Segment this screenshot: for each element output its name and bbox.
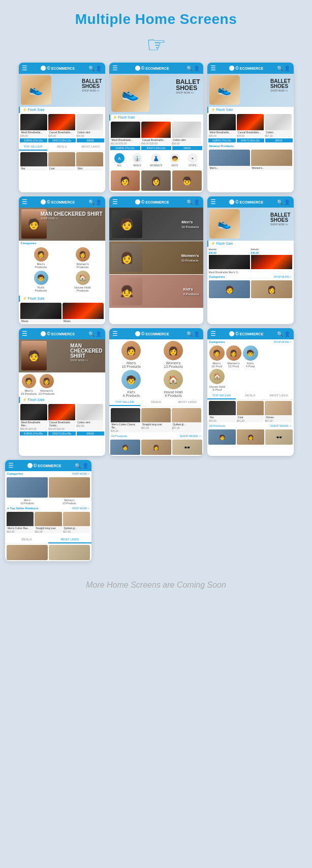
timer-7c: 26819 xyxy=(77,431,104,436)
cat-men[interactable]: 🧑 Men'sProducts xyxy=(21,247,61,269)
product-card-c3[interactable]: Cotton skirt $90.00 xyxy=(172,122,201,145)
ts-p2[interactable]: Straight long coat $81.00 xyxy=(141,408,171,432)
all-p3[interactable]: 🕶️ xyxy=(172,440,202,455)
cat-women-img-10[interactable] xyxy=(49,477,90,498)
hero-text: BALLETSHOES SHOP NOW >> xyxy=(82,79,102,92)
all-p2[interactable]: 👩 xyxy=(141,440,171,455)
menu-icon-4[interactable]: ☰ xyxy=(22,198,27,206)
flash-card-2[interactable]: Shoes xyxy=(63,303,104,323)
nav-kids[interactable]: 🧒 KID'S xyxy=(170,153,180,167)
product-card-1[interactable]: Mesh Breathable... $35.00 xyxy=(20,114,47,137)
product-card-r3[interactable]: Cotton $57.00 xyxy=(265,114,292,137)
ts-p3[interactable]: Quilted gl... $67.00 xyxy=(172,408,201,432)
circle-cats-grid: 🧑 Men's10 Products 👩 Women's13 Products … xyxy=(109,339,203,399)
flash-sale-label: ⚡ Flash Sale xyxy=(19,107,105,113)
menu-icon-5[interactable]: ☰ xyxy=(112,198,118,206)
cat-all-women[interactable]: 👩 Women's13 Products xyxy=(153,341,194,368)
ts-p9-3[interactable]: Gloves $67.00 xyxy=(265,401,292,422)
panel-men[interactable]: 🧑 Men's10 Products xyxy=(109,208,203,241)
ts-p1[interactable]: Men's Cotton Classic Ba... $25.00 xyxy=(111,408,140,432)
tab-most-liked-10[interactable]: MOST LIKED xyxy=(48,536,91,543)
panel-kids[interactable]: 👧 Kid's4 Products xyxy=(109,275,203,308)
nav-all[interactable]: A ALL xyxy=(114,153,124,167)
nav-others[interactable]: + OTH'S xyxy=(188,153,198,167)
menu-icon-10[interactable]: ☰ xyxy=(8,462,14,469)
ts-products-10: Men's Cotton Bas... $25.00 Straight long… xyxy=(5,511,91,534)
flash-shoe-left-img xyxy=(209,255,250,269)
menu-icon-6[interactable]: ☰ xyxy=(210,198,216,206)
panel-women[interactable]: 👩 Women's13 Products xyxy=(109,241,203,274)
menu-icon-9[interactable]: ☰ xyxy=(210,330,216,337)
coat-card[interactable]: Coat xyxy=(48,152,75,170)
shoe-white-img xyxy=(76,114,103,130)
tab-deals-9[interactable]: DEALS xyxy=(236,392,265,399)
tab-deals-8[interactable]: DEALS xyxy=(140,399,172,406)
menu-icon-8[interactable]: ☰ xyxy=(112,330,118,337)
flash-p1[interactable]: Mesh Breathable Mer... $50.00 $15.00 xyxy=(20,404,47,430)
cat-men-9[interactable]: 🧑 Men's10 Prod xyxy=(209,345,225,368)
newest-card-2[interactable]: Women's... xyxy=(251,150,292,170)
liked-p2[interactable] xyxy=(49,545,90,560)
menu-icon-7[interactable]: ☰ xyxy=(22,330,27,337)
menu-icon-3[interactable]: ☰ xyxy=(210,65,216,72)
nav-men[interactable]: 👔 MEN'S xyxy=(132,153,142,167)
tab-top-seller-9[interactable]: TOP SELLER xyxy=(207,392,236,399)
header-icons-6: 🔍 👤 xyxy=(277,199,291,205)
cat-all-men[interactable]: 🧑 Men's10 Products xyxy=(111,341,152,368)
extra-card[interactable]: Shirt xyxy=(76,152,103,170)
flash-sale-label-3: ⚡ Flash Sale xyxy=(207,107,294,113)
screen-row-2: ☰ ©ECOMMERCE 🔍 👤 🧑 MAN CHECKERED SHIRT S… xyxy=(0,196,312,324)
tab-most-liked[interactable]: MOST LIKED xyxy=(76,143,105,151)
product-card-2[interactable]: Casual Breathable... $35.00 xyxy=(48,114,75,137)
product-card-r1[interactable]: Mesh Breathable... $35.00 xyxy=(209,114,236,137)
ts-p10-1[interactable]: Men's Cotton Bas... $25.00 xyxy=(7,512,34,533)
flash-shoe-left[interactable]: $62.00 $30.00 xyxy=(209,248,250,269)
product-card-c1[interactable]: Mesh Breathable... $62.00 $35.00 xyxy=(111,122,140,145)
tab-top-seller-8[interactable]: TOP SELLER xyxy=(109,399,141,406)
cat-all-kids[interactable]: 🧒 Kid's4 Products xyxy=(111,370,152,397)
cat-all-house[interactable]: 🏠 House Hold9 Products xyxy=(153,370,194,397)
flash-shoe-right-img xyxy=(251,255,292,269)
ts-p9-1[interactable]: Hat $25.00 xyxy=(209,401,236,422)
cat-men-img-10[interactable] xyxy=(7,477,48,498)
header-icons-5: 🔍 👤 xyxy=(186,199,200,205)
flash-card-1[interactable]: Shoes xyxy=(20,303,61,323)
menu-icon-2[interactable]: ☰ xyxy=(112,65,118,72)
tab-most-liked-9[interactable]: MOST LIKED xyxy=(265,392,294,399)
product-card-3[interactable]: Cotton skirt $90.00 xyxy=(76,114,103,137)
cat-img-right[interactable]: 👩 xyxy=(251,280,292,298)
hat-card[interactable]: Hat xyxy=(20,152,47,170)
ts-p10-2[interactable]: Straight long coat $81.00 xyxy=(35,512,61,533)
cat-img-left[interactable]: 🧑 xyxy=(209,280,250,298)
cat-men-2[interactable]: 🧑 Men's13 Products xyxy=(21,374,37,395)
nav-women[interactable]: 👗 WOMEN'S xyxy=(150,153,162,167)
flash-shoe-right[interactable]: $46.00 $30.00 xyxy=(251,248,292,269)
cat-women-9[interactable]: 👩 Women's13 Prod xyxy=(226,345,241,368)
tab-deals[interactable]: DEALS xyxy=(47,143,76,151)
liked-p1[interactable] xyxy=(7,545,48,560)
tab-deals-10[interactable]: DEALS xyxy=(5,536,48,543)
cat-house[interactable]: 🏠 House HoldProducts xyxy=(63,271,103,292)
top-bar-5: ☰ ©ECOMMERCE 🔍 👤 xyxy=(109,196,203,208)
all-p9-2[interactable]: 👩 xyxy=(237,429,264,445)
flash-p2[interactable]: Casual Breathable Outdo... $46.00 $20.00 xyxy=(48,404,75,430)
flash-p3[interactable]: Cotton skirt $50.00 xyxy=(76,404,103,430)
cat-women-2[interactable]: 👩 Women's13 Products xyxy=(39,374,55,395)
all-p9-3[interactable]: 🕶️ xyxy=(265,429,293,445)
newest-card-1[interactable]: Men's... xyxy=(209,150,250,170)
menu-icon[interactable]: ☰ xyxy=(22,65,27,72)
cat-kids-9[interactable]: 🧒 Kid's4 Prod xyxy=(243,345,258,368)
ts-p10-3[interactable]: Quilted gl... $67.00 xyxy=(63,512,90,533)
cat-women[interactable]: 👩 Women'sProducts xyxy=(63,247,103,269)
products-row: Mesh Breathable... $35.00 Casual Breatha… xyxy=(19,113,105,138)
cat-kids[interactable]: 🧒 Kid'sProducts xyxy=(21,271,61,292)
phone-screen-full-cats-right: ☰ ©ECOMMERCE 🔍 👤 Categories SHOP MORE > … xyxy=(207,328,294,456)
tab-top-seller[interactable]: TOP SELLER xyxy=(19,143,48,151)
all-p1[interactable]: 🧑 xyxy=(110,440,140,455)
product-card-r2[interactable]: Casual Breathable... $35.00 xyxy=(237,114,264,137)
tab-most-liked-8[interactable]: MOST LIKED xyxy=(172,399,203,406)
cat-house-9[interactable]: 🏠 House Hold9 Prod xyxy=(209,369,225,391)
ts-p9-2[interactable]: Coat $81.00 xyxy=(237,401,264,422)
all-p9-1[interactable]: 🧑 xyxy=(208,429,236,445)
product-card-c2[interactable]: Casual Breathable... $46.00 $35.00 xyxy=(141,122,171,145)
